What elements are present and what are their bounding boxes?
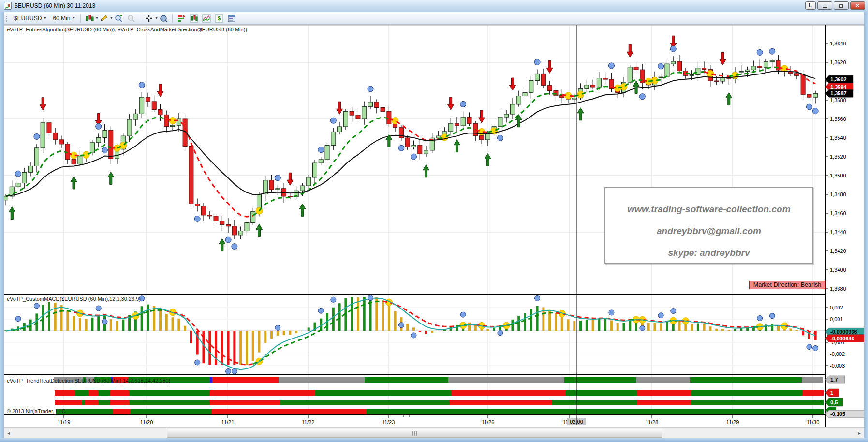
signal-dot xyxy=(226,369,231,374)
toolbar-separator xyxy=(80,14,81,23)
watermark-box: www.trading-software-collection.com andr… xyxy=(604,187,813,264)
data-box-button[interactable] xyxy=(158,13,169,24)
signal-dot xyxy=(195,360,200,365)
cross-signal-dot xyxy=(757,49,763,55)
svg-text:11/23: 11/23 xyxy=(382,419,395,425)
copyright-label: © 2013 NinjaTrader, LLC xyxy=(7,408,65,414)
svg-text:11/20: 11/20 xyxy=(140,419,153,425)
signal-dot xyxy=(807,344,812,350)
svg-text:1,3440: 1,3440 xyxy=(830,229,846,235)
close-button[interactable]: ✕ xyxy=(850,1,865,10)
svg-text:-0,002: -0,002 xyxy=(830,351,845,357)
cross-signal-dot xyxy=(658,63,664,69)
minimize-button[interactable] xyxy=(817,1,832,10)
cross-signal-dot xyxy=(806,104,812,110)
horizontal-scrollbar[interactable]: ◄ ► xyxy=(4,427,864,438)
svg-text:1,3602: 1,3602 xyxy=(830,76,847,82)
cross-signal-dot xyxy=(639,94,645,100)
svg-text:1,7: 1,7 xyxy=(830,377,838,383)
properties-icon xyxy=(227,14,236,23)
interval-value: 60 Min xyxy=(53,15,70,22)
cross-signal-dot xyxy=(34,133,40,139)
svg-text:1: 1 xyxy=(830,390,833,396)
drawing-tools-icon xyxy=(100,14,108,23)
chevron-down-icon[interactable]: ▾ xyxy=(110,16,112,20)
signal-dot xyxy=(102,319,107,324)
toolbar: $EURUSD ▾ 60 Min ▾ ▾ ▾ ▾ xyxy=(4,12,864,25)
signal-dot xyxy=(609,310,614,315)
svg-text:0,002: 0,002 xyxy=(830,305,843,310)
signal-dot xyxy=(275,325,280,330)
cross-signal-dot xyxy=(769,48,775,54)
zoom-in-button[interactable] xyxy=(113,13,124,24)
chart-style-button[interactable] xyxy=(84,13,95,24)
chart-style-icon xyxy=(85,14,94,23)
svg-text:1,3400: 1,3400 xyxy=(830,267,846,273)
title-bar[interactable]: $EURUSD (60 Min) 30.11.2013 L ✕ xyxy=(0,0,868,12)
cross-signal-dot xyxy=(411,154,416,160)
instrument-selector[interactable]: $EURUSD ▾ xyxy=(11,14,49,23)
window-title: $EURUSD (60 Min) 30.11.2013 xyxy=(15,2,95,9)
svg-text:-0,0000936: -0,0000936 xyxy=(830,329,857,335)
link-button[interactable]: L xyxy=(805,1,816,10)
signal-dot xyxy=(368,295,373,301)
chevron-down-icon[interactable]: ▾ xyxy=(96,16,98,20)
chart-app-icon xyxy=(4,2,12,10)
chart-trader-button[interactable] xyxy=(176,13,187,24)
cross-signal-dot xyxy=(398,145,404,151)
bar-type-button[interactable] xyxy=(188,13,200,24)
cross-signal-dot xyxy=(275,175,280,181)
heat-panel-label: eVoTP_TrendHeatDetection($EURUSD (60 Min… xyxy=(7,378,170,383)
chevron-down-icon: ▾ xyxy=(73,16,74,20)
zoom-in-icon xyxy=(114,14,123,23)
crosshair-icon xyxy=(145,14,153,23)
cross-signal-dot xyxy=(15,171,21,177)
watermark-line-email: andreybbrv@gmail.com xyxy=(605,220,812,242)
zoom-out-button[interactable] xyxy=(125,13,137,24)
cross-signal-dot xyxy=(497,135,503,141)
interval-selector[interactable]: 60 Min ▾ xyxy=(49,14,78,23)
toolbar-separator xyxy=(140,14,140,23)
signal-dot xyxy=(769,313,775,319)
svg-text:1,3640: 1,3640 xyxy=(830,41,846,46)
signal-dot xyxy=(411,333,416,338)
scroll-right-arrow-icon[interactable]: ► xyxy=(854,428,864,439)
svg-text:11/30: 11/30 xyxy=(807,419,820,425)
currency-button[interactable]: $ xyxy=(213,13,225,24)
properties-button[interactable] xyxy=(226,13,237,24)
cross-signal-dot xyxy=(812,108,818,114)
restore-button[interactable] xyxy=(834,1,849,10)
svg-text:$: $ xyxy=(218,15,221,21)
chart-trader-icon xyxy=(177,14,186,23)
cross-signal-dot xyxy=(139,82,145,88)
scrollbar-thumb[interactable] xyxy=(167,429,662,438)
svg-text:1,3500: 1,3500 xyxy=(830,173,846,178)
zoom-out-icon xyxy=(127,14,135,23)
scroll-left-arrow-icon[interactable]: ◄ xyxy=(4,428,14,439)
toolbar-separator xyxy=(172,14,173,23)
chevron-down-icon[interactable]: ▾ xyxy=(155,16,157,20)
signal-dot xyxy=(498,330,503,336)
signal-dot xyxy=(331,297,336,302)
signal-dot xyxy=(318,308,324,313)
signal-dot xyxy=(460,312,466,317)
crosshair-button[interactable] xyxy=(143,13,155,24)
regions-button[interactable] xyxy=(201,13,212,24)
currency-icon: $ xyxy=(215,14,223,23)
signal-dot xyxy=(398,323,404,328)
scrollbar-grip[interactable] xyxy=(412,431,417,436)
toolbar-grip[interactable] xyxy=(6,15,8,22)
svg-text:-0,105: -0,105 xyxy=(830,411,845,417)
signal-dot xyxy=(671,309,676,314)
svg-text:11/21: 11/21 xyxy=(221,419,235,425)
signal-dot xyxy=(15,316,21,322)
signal-dot xyxy=(535,295,540,301)
svg-text:1,3594: 1,3594 xyxy=(830,84,847,90)
cross-signal-dot xyxy=(96,123,102,129)
cross-signal-dot xyxy=(318,147,324,153)
cross-signal-dot xyxy=(232,244,237,250)
svg-text:0,001: 0,001 xyxy=(830,316,843,322)
svg-text:1,3587: 1,3587 xyxy=(830,90,847,96)
watermark-line-skype: skype: andreybbrv xyxy=(605,242,812,264)
drawing-tools-button[interactable] xyxy=(98,13,110,24)
